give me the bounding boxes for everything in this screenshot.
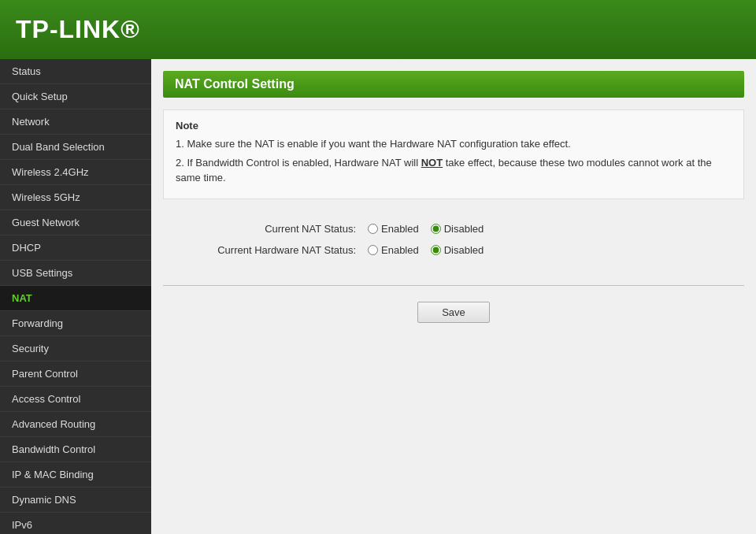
sidebar-item-dhcp[interactable]: DHCP: [0, 235, 151, 261]
nat-disabled-option[interactable]: Disabled: [431, 223, 484, 235]
header: TP-LINK®: [0, 0, 756, 59]
sidebar-item-access-control[interactable]: Access Control: [0, 387, 151, 412]
divider: [163, 285, 744, 286]
note-label: Note: [176, 120, 732, 132]
nat-enabled-option[interactable]: Enabled: [368, 223, 419, 235]
sidebar-item-dynamic-dns[interactable]: Dynamic DNS: [0, 488, 151, 513]
sidebar-item-forwarding[interactable]: Forwarding: [0, 311, 151, 336]
sidebar-item-parent-control[interactable]: Parent Control: [0, 362, 151, 387]
nat-enabled-label: Enabled: [381, 223, 419, 235]
note-item-2: 2. If Bandwidth Control is enabled, Hard…: [176, 155, 732, 186]
hw-nat-enabled-option[interactable]: Enabled: [368, 244, 419, 256]
sidebar-item-status[interactable]: Status: [0, 59, 151, 84]
nat-status-row: Current NAT Status: Enabled Disabled: [163, 223, 744, 235]
hw-nat-status-radio-group: Enabled Disabled: [368, 244, 484, 256]
hw-nat-disabled-radio[interactable]: [431, 245, 441, 255]
sidebar-item-dual-band[interactable]: Dual Band Selection: [0, 135, 151, 160]
sidebar-item-usb-settings[interactable]: USB Settings: [0, 261, 151, 286]
hw-nat-status-row: Current Hardware NAT Status: Enabled Dis…: [163, 244, 744, 256]
note-2-prefix: 2. If Bandwidth Control is enabled, Hard…: [176, 157, 421, 169]
sidebar-item-guest-network[interactable]: Guest Network: [0, 210, 151, 235]
main-content: NAT Control Setting Note 1. Make sure th…: [151, 59, 756, 534]
sidebar-item-nat[interactable]: NAT: [0, 286, 151, 311]
nat-disabled-label: Disabled: [444, 223, 484, 235]
hw-nat-disabled-option[interactable]: Disabled: [431, 244, 484, 256]
layout: StatusQuick SetupNetworkDual Band Select…: [0, 59, 756, 534]
note-section: Note 1. Make sure the NAT is enable if y…: [163, 109, 744, 199]
sidebar-item-bandwidth-control[interactable]: Bandwidth Control: [0, 437, 151, 462]
sidebar-item-wireless-5[interactable]: Wireless 5GHz: [0, 185, 151, 210]
sidebar: StatusQuick SetupNetworkDual Band Select…: [0, 59, 151, 534]
note-item-1: 1. Make sure the NAT is enable if you wa…: [176, 136, 732, 152]
note-2-not: NOT: [421, 157, 443, 169]
save-button[interactable]: Save: [417, 302, 490, 323]
hw-nat-enabled-label: Enabled: [381, 244, 419, 256]
sidebar-item-quick-setup[interactable]: Quick Setup: [0, 84, 151, 109]
page-title: NAT Control Setting: [175, 77, 295, 91]
hw-nat-disabled-label: Disabled: [444, 244, 484, 256]
sidebar-item-wireless-24[interactable]: Wireless 2.4GHz: [0, 160, 151, 185]
hw-nat-enabled-radio[interactable]: [368, 245, 378, 255]
nat-status-label: Current NAT Status:: [163, 223, 368, 235]
content-area: Note 1. Make sure the NAT is enable if y…: [151, 109, 756, 323]
logo: TP-LINK®: [16, 15, 140, 44]
hw-nat-status-label: Current Hardware NAT Status:: [163, 244, 368, 256]
save-section: Save: [163, 302, 744, 323]
nat-disabled-radio[interactable]: [431, 224, 441, 234]
nat-enabled-radio[interactable]: [368, 224, 378, 234]
sidebar-item-advanced-routing[interactable]: Advanced Routing: [0, 412, 151, 437]
sidebar-item-ip-mac-binding[interactable]: IP & MAC Binding: [0, 462, 151, 488]
sidebar-item-network[interactable]: Network: [0, 109, 151, 135]
nat-status-radio-group: Enabled Disabled: [368, 223, 484, 235]
page-title-bar: NAT Control Setting: [163, 71, 744, 98]
sidebar-item-ipv6[interactable]: IPv6: [0, 513, 151, 534]
form-section: Current NAT Status: Enabled Disabled: [163, 211, 744, 277]
sidebar-item-security[interactable]: Security: [0, 336, 151, 362]
